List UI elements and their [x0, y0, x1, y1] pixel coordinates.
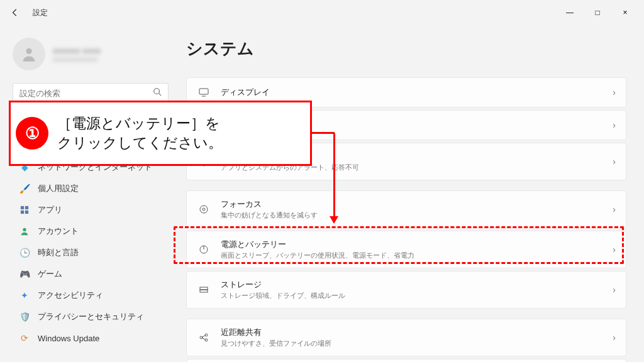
setting-focus[interactable]: フォーカス 集中の妨げとなる通知を減らす ›: [186, 190, 626, 228]
maximize-button[interactable]: □: [584, 3, 611, 23]
annotation-number: ①: [16, 117, 48, 150]
close-button[interactable]: ×: [611, 3, 639, 23]
svg-rect-5: [21, 206, 24, 209]
sidebar-item-gaming[interactable]: 🎮 ゲーム: [13, 264, 169, 284]
sidebar-item-label: アクセシビリティ: [38, 290, 103, 301]
sidebar-item-personalize[interactable]: 🖌️ 個人用設定: [13, 178, 169, 199]
svg-rect-7: [21, 211, 24, 214]
svg-rect-17: [200, 290, 208, 292]
share-icon: [197, 331, 211, 344]
annotation-arrow: [312, 132, 335, 134]
minimize-button[interactable]: —: [556, 3, 584, 23]
sidebar-item-label: 時刻と言語: [38, 247, 79, 258]
svg-point-0: [26, 48, 31, 54]
annotation-arrow: [333, 133, 335, 219]
setting-desc: ストレージ領域、ドライブ、構成ルール: [221, 291, 602, 300]
svg-point-9: [23, 228, 26, 231]
setting-title: ディスプレイ: [221, 87, 602, 98]
focus-icon: [197, 202, 211, 216]
svg-rect-8: [25, 211, 28, 214]
update-icon: ⟳: [19, 332, 30, 344]
shield-icon: 🛡️: [19, 311, 30, 322]
user-name: xxxxxx xxxx: [53, 46, 101, 55]
display-icon: [197, 85, 211, 99]
sidebar-item-time[interactable]: 🕒 時刻と言語: [13, 243, 169, 263]
setting-title: フォーカス: [221, 199, 602, 210]
svg-rect-10: [199, 89, 208, 94]
sidebar-item-label: アプリ: [38, 204, 62, 216]
chevron-right-icon: ›: [613, 87, 616, 97]
content-pane: システム ディスプレイ › サウンド › 通知 アプリとシステムからのアラート、…: [176, 25, 644, 362]
titlebar: 設定 — □ ×: [0, 0, 644, 25]
setting-desc: 集中の妨げとなる通知を減らす: [221, 211, 602, 220]
sidebar-item-privacy[interactable]: 🛡️ プライバシーとセキュリティ: [13, 307, 169, 327]
setting-title: ストレージ: [221, 279, 602, 290]
sidebar-item-label: Windows Update: [38, 334, 99, 343]
clock-icon: 🕒: [19, 247, 30, 258]
accessibility-icon: ✦: [19, 290, 30, 301]
sidebar-item-accessibility[interactable]: ✦ アクセシビリティ: [13, 285, 169, 305]
gamepad-icon: 🎮: [19, 268, 30, 280]
avatar: [13, 38, 45, 70]
setting-multitask[interactable]: マルチタスク ›: [186, 359, 626, 362]
window-controls: — □ ×: [556, 3, 639, 23]
sidebar: xxxxxx xxxx xxxxxxxxxxxxx システム ✱ Bluetoo…: [0, 25, 176, 362]
setting-nearby-share[interactable]: 近距離共有 見つけやすさ、受信ファイルの場所 ›: [186, 319, 626, 356]
app-title: 設定: [33, 8, 48, 18]
user-email: xxxxxxxxxxxxx: [53, 55, 101, 63]
apps-icon: [19, 204, 30, 216]
svg-point-12: [200, 206, 208, 213]
search-input[interactable]: [19, 89, 153, 98]
brush-icon: 🖌️: [19, 183, 30, 194]
annotation-callout: ① ［電源とバッテリー］を クリックしてください。: [9, 101, 312, 166]
svg-rect-16: [200, 287, 208, 290]
sidebar-item-label: プライバシーとセキュリティ: [38, 311, 144, 322]
search-icon: [153, 87, 162, 99]
sidebar-item-label: ゲーム: [38, 268, 62, 280]
setting-desc: 見つけやすさ、受信ファイルの場所: [221, 339, 602, 348]
setting-storage[interactable]: ストレージ ストレージ領域、ドライブ、構成ルール ›: [186, 271, 626, 309]
storage-icon: [197, 283, 211, 297]
account-icon: [19, 226, 30, 237]
annotation-arrow-head: [330, 216, 338, 224]
page-title: システム: [186, 38, 626, 60]
sidebar-item-account[interactable]: アカウント: [13, 221, 169, 241]
setting-title: 近距離共有: [221, 327, 602, 338]
chevron-right-icon: ›: [613, 332, 616, 343]
svg-line-2: [159, 94, 162, 96]
svg-point-13: [203, 208, 205, 211]
annotation-text: ［電源とバッテリー］を クリックしてください。: [57, 114, 223, 153]
back-button[interactable]: [5, 3, 25, 23]
sidebar-item-update[interactable]: ⟳ Windows Update: [13, 328, 169, 348]
user-block[interactable]: xxxxxx xxxx xxxxxxxxxxxxx: [13, 38, 169, 70]
sidebar-item-apps[interactable]: アプリ: [13, 200, 169, 220]
annotation-highlight: [174, 226, 624, 264]
sidebar-item-label: アカウント: [38, 226, 79, 237]
chevron-right-icon: ›: [613, 156, 616, 167]
chevron-right-icon: ›: [613, 285, 616, 295]
sidebar-item-label: 個人用設定: [38, 183, 79, 194]
chevron-right-icon: ›: [613, 120, 616, 130]
svg-rect-6: [25, 206, 28, 209]
chevron-right-icon: ›: [613, 204, 616, 214]
svg-point-1: [154, 89, 160, 94]
